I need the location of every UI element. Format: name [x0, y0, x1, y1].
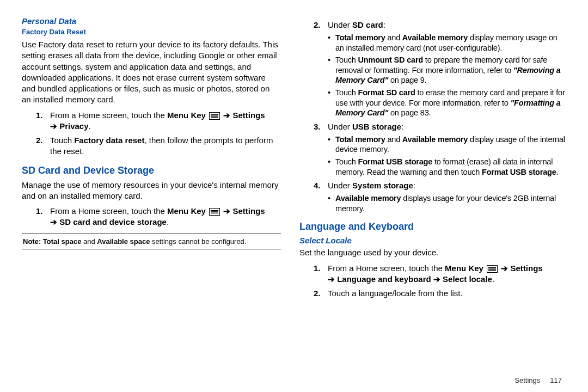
page-footer: Settings117: [514, 376, 562, 384]
step-text: Under: [328, 20, 352, 29]
right-column: 2. Under SD card: Total memory and Avail…: [294, 16, 566, 387]
text: Touch: [335, 56, 358, 64]
colon: :: [401, 122, 403, 131]
note-label: Note: Total space: [23, 237, 81, 246]
total-memory-label: Total memory: [335, 33, 385, 42]
available-memory-label: Available memory: [402, 33, 468, 42]
step-number: 1.: [36, 206, 43, 217]
step-text: Under: [328, 122, 352, 131]
period: .: [167, 217, 169, 226]
bullet-item: Available memory displays usage for your…: [328, 193, 566, 213]
heading-sd-card-storage: SD Card and Device Storage: [22, 165, 281, 176]
arrow-icon: ➔: [223, 111, 230, 120]
step-number: 1.: [36, 110, 43, 121]
system-storage-bullets: Available memory displays usage for your…: [328, 193, 566, 213]
usb-storage-label: USB storage: [352, 122, 401, 131]
bullet-item: Touch Format SD card to erase the memory…: [328, 88, 566, 118]
locale-paragraph: Set the language used by your device.: [299, 247, 566, 258]
available-memory-label: Available memory: [402, 135, 468, 144]
step-text: Under: [328, 181, 352, 190]
colon: :: [413, 181, 415, 190]
step-item: 4. Under System storage: Available memor…: [316, 180, 566, 213]
bullet-item: Total memory and Available memory displa…: [328, 33, 566, 53]
unmount-sd-label: Unmount SD card: [358, 56, 423, 64]
step-number: 3.: [314, 121, 321, 132]
sd-card-label: SD card: [352, 20, 383, 29]
step-text: From a Home screen, touch the: [50, 206, 167, 216]
step-item: 1. From a Home screen, touch the Menu Ke…: [38, 206, 281, 228]
menu-key-label: Menu Key: [167, 206, 206, 216]
system-storage-label: System storage: [352, 181, 413, 190]
format-sd-label: Format SD card: [358, 88, 415, 97]
menu-key-label: Menu Key: [167, 111, 206, 120]
step-text: From a Home screen, touch the: [328, 264, 445, 273]
settings-label: Settings: [230, 206, 265, 216]
bullet-item: Touch Unmount SD card to prepare the mem…: [328, 55, 566, 85]
step-number: 2.: [314, 288, 321, 299]
bullet-item: Touch Format USB storage to format (eras…: [328, 157, 566, 177]
arrow-icon: ➔: [501, 264, 508, 273]
arrow-icon: ➔: [328, 274, 335, 284]
footer-section: Settings: [514, 376, 540, 384]
menu-key-label: Menu Key: [445, 264, 483, 273]
factory-reset-steps: 1. From a Home screen, touch the Menu Ke…: [38, 110, 281, 157]
arrow-icon: ➔: [433, 274, 440, 284]
select-locale-label: Select locale: [440, 274, 492, 284]
lang-kbd-label: Language and keyboard: [335, 274, 433, 284]
left-column: Personal Data Factory Data Reset Use Fac…: [22, 16, 294, 387]
language-steps: 1. From a Home screen, touch the Menu Ke…: [316, 263, 566, 299]
footer-page-number: 117: [550, 376, 562, 384]
settings-label: Settings: [508, 264, 542, 273]
text: Touch: [335, 157, 358, 166]
note-text: settings cannot be configured.: [150, 237, 246, 246]
total-memory-label: Total memory: [335, 135, 385, 144]
sd-storage-paragraph: Manage the use of memory resources in yo…: [22, 180, 281, 202]
step-number: 4.: [314, 180, 321, 191]
step-number: 2.: [314, 20, 321, 30]
settings-label: Settings: [230, 111, 265, 120]
step-item: 3. Under USB storage: Total memory and A…: [316, 121, 566, 177]
heading-factory-reset: Factory Data Reset: [22, 28, 281, 36]
step-text: From a Home screen, touch the: [50, 111, 167, 120]
arrow-icon: ➔: [223, 206, 230, 216]
text: on page 83.: [388, 108, 431, 117]
menu-key-icon: [209, 208, 220, 216]
step-item: 1. From a Home screen, touch the Menu Ke…: [316, 263, 566, 285]
sd-storage-steps-continued: 2. Under SD card: Total memory and Avail…: [316, 20, 566, 213]
period: .: [492, 274, 494, 284]
text: and: [385, 135, 402, 144]
step-number: 2.: [36, 135, 43, 146]
step-text: Touch a language/locale from the list.: [328, 289, 463, 298]
arrow-icon: ➔: [50, 121, 57, 131]
step-number: 1.: [314, 263, 321, 274]
text: .: [556, 168, 559, 176]
heading-personal-data: Personal Data: [22, 16, 281, 26]
menu-key-icon: [487, 265, 498, 273]
step-text: Touch: [50, 136, 74, 145]
note-bold: Available space: [97, 237, 150, 246]
available-memory-label: Available memory: [335, 194, 401, 203]
menu-key-icon: [209, 112, 220, 120]
factory-data-reset-label: Factory data reset: [74, 136, 144, 145]
text: and: [385, 33, 402, 42]
privacy-label: Privacy: [57, 121, 89, 131]
factory-reset-paragraph: Use Factory data reset to return your de…: [22, 39, 281, 106]
period: .: [89, 121, 91, 131]
format-usb-label: Format USB storage: [482, 168, 556, 176]
step-item: 2. Touch Factory data reset, then follow…: [38, 135, 281, 157]
heading-select-locale: Select Locale: [299, 236, 566, 245]
note-text: and: [81, 237, 97, 246]
step-item: 2. Under SD card: Total memory and Avail…: [316, 20, 566, 118]
step-item: 1. From a Home screen, touch the Menu Ke…: [38, 110, 281, 132]
sd-card-bullets: Total memory and Available memory displa…: [328, 33, 566, 118]
sd-storage-label: SD card and device storage: [57, 217, 167, 226]
colon: :: [383, 20, 385, 29]
sd-storage-steps: 1. From a Home screen, touch the Menu Ke…: [38, 206, 281, 228]
text: Touch: [335, 88, 358, 97]
usb-storage-bullets: Total memory and Available memory displa…: [328, 134, 566, 177]
heading-language-keyboard: Language and Keyboard: [299, 221, 566, 232]
text: on page 9.: [388, 76, 426, 84]
note-box: Note: Total space and Available space se…: [22, 234, 281, 249]
manual-page: Personal Data Factory Data Reset Use Fac…: [0, 0, 588, 392]
format-usb-label: Format USB storage: [358, 157, 433, 166]
